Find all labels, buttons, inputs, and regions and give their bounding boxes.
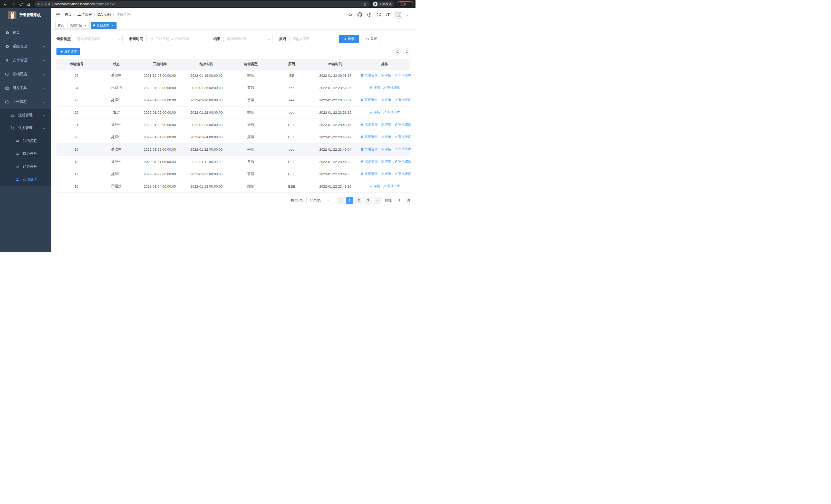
create-leave-button[interactable]: 发起请假 bbox=[56, 48, 80, 55]
cancel-leave-action[interactable]: 取消请假 bbox=[361, 172, 377, 176]
close-tab-icon[interactable]: × bbox=[111, 24, 114, 27]
sidebar-item-workflow[interactable]: 工作流程 bbox=[0, 95, 51, 109]
header-search-icon[interactable] bbox=[348, 12, 353, 17]
approval-progress-action[interactable]: 审批进度 bbox=[394, 98, 411, 102]
search-button[interactable]: 搜索 bbox=[339, 35, 359, 43]
url-path: /bpm/oa/leave bbox=[95, 2, 115, 6]
next-page-button[interactable] bbox=[374, 197, 381, 204]
breadcrumb-item[interactable]: OA 示例 bbox=[97, 12, 111, 17]
breadcrumb-item[interactable]: 工作流程 bbox=[78, 12, 92, 17]
tab-leave-query[interactable]: 请假查询× bbox=[91, 22, 116, 29]
detail-action[interactable]: 详情 bbox=[381, 172, 391, 176]
result-select[interactable]: 请选择流结果 bbox=[224, 35, 273, 43]
approval-progress-action[interactable]: 审批进度 bbox=[394, 122, 411, 127]
approval-progress-action[interactable]: 审批进度 bbox=[394, 147, 411, 151]
pen-icon bbox=[383, 111, 386, 114]
sidebar-item-done-tasks[interactable]: 已办任务 bbox=[0, 160, 51, 173]
detail-action[interactable]: 详情 bbox=[369, 184, 380, 188]
user-avatar[interactable] bbox=[396, 11, 403, 19]
yen-icon bbox=[5, 58, 9, 62]
page-size-select[interactable]: 10条/页 bbox=[307, 197, 332, 204]
browser-home-button[interactable] bbox=[25, 1, 32, 7]
tab-home[interactable]: 首页 bbox=[55, 22, 66, 29]
cell-end: 2022-01-23 00:00:00 bbox=[183, 119, 230, 131]
browser-back-button[interactable] bbox=[2, 1, 9, 7]
sidebar-logo[interactable]: 芋道管理系统 bbox=[0, 8, 51, 22]
bookmark-star-icon[interactable] bbox=[363, 2, 367, 6]
sidebar-item-my-process[interactable]: 我的流程 bbox=[0, 135, 51, 147]
approval-progress-action[interactable]: 审批进度 bbox=[394, 135, 411, 139]
cancel-leave-action[interactable]: 取消请假 bbox=[361, 135, 377, 139]
action-label: 审批进度 bbox=[398, 73, 411, 78]
browser-update-button[interactable]: 更新 bbox=[397, 1, 413, 7]
cell-actions: 详情审批进度 bbox=[359, 180, 410, 192]
browser-forward-button[interactable] bbox=[10, 1, 17, 7]
cancel-leave-action[interactable]: 取消请假 bbox=[361, 147, 377, 151]
incognito-icon bbox=[373, 2, 377, 6]
detail-action[interactable]: 详情 bbox=[381, 98, 391, 102]
sidebar-item-process-mgmt[interactable]: 流程管理 bbox=[0, 109, 51, 122]
avatar-caret-icon[interactable] bbox=[406, 13, 409, 16]
address-bar[interactable]: 不安全 dashboard.yudao.iocoder.cn/bpm/oa/le… bbox=[34, 1, 370, 7]
sidebar-collapse-icon[interactable] bbox=[55, 12, 61, 17]
sidebar-item-payment[interactable]: 支付管理 bbox=[0, 53, 51, 67]
cancel-leave-action[interactable]: 取消请假 bbox=[361, 73, 377, 78]
sidebar-menu: 首页系统管理支付管理基础设施研发工具工作流程流程管理任务管理我的流程待办任务已办… bbox=[0, 22, 51, 252]
sidebar-item-todo-tasks[interactable]: 待办任务 bbox=[0, 147, 51, 160]
detail-action[interactable]: 详情 bbox=[381, 73, 391, 78]
cancel-leave-action[interactable]: 取消请假 bbox=[361, 122, 377, 127]
goto-page-input[interactable]: 1 bbox=[394, 197, 405, 204]
cell-reason: eee bbox=[271, 82, 312, 94]
browser-reload-button[interactable] bbox=[18, 1, 24, 7]
browser-menu-icon[interactable] bbox=[408, 2, 412, 6]
leave-type-select[interactable]: 请选择请假类型 bbox=[74, 35, 123, 43]
pen-icon bbox=[394, 98, 398, 101]
detail-action[interactable]: 详情 bbox=[381, 135, 391, 139]
sidebar-item-task-mgmt[interactable]: 任务管理 bbox=[0, 122, 51, 135]
approval-progress-action[interactable]: 审批进度 bbox=[394, 172, 411, 176]
prev-page-button[interactable] bbox=[337, 197, 344, 204]
cell-end: 2022-01-22 00:00:00 bbox=[183, 143, 230, 155]
cell-actions: 取消请假详情审批进度 bbox=[359, 168, 410, 180]
eye-closed-icon bbox=[16, 165, 20, 169]
cancel-leave-action[interactable]: 取消请假 bbox=[361, 98, 377, 102]
table-row: 18处理中2022-01-11 00:00:002022-01-11 00:00… bbox=[56, 155, 410, 168]
page-button-2[interactable]: 2 bbox=[355, 197, 362, 204]
site-security-chip[interactable]: 不安全 bbox=[37, 2, 51, 6]
approval-progress-action[interactable]: 审批进度 bbox=[394, 73, 411, 78]
detail-action[interactable]: 详情 bbox=[381, 147, 391, 151]
divider bbox=[52, 3, 53, 6]
sidebar-item-infra[interactable]: 基础设施 bbox=[0, 67, 51, 81]
approval-progress-action[interactable]: 审批进度 bbox=[383, 110, 400, 114]
refresh-table-button[interactable] bbox=[404, 48, 410, 55]
detail-action[interactable]: 详情 bbox=[369, 85, 380, 90]
approval-progress-action[interactable]: 审批进度 bbox=[383, 184, 400, 188]
toggle-search-button[interactable] bbox=[394, 48, 401, 55]
help-icon[interactable] bbox=[367, 12, 372, 17]
detail-action[interactable]: 详情 bbox=[369, 110, 380, 114]
tab-process-detail[interactable]: 流程详情× bbox=[67, 22, 90, 29]
detail-action[interactable]: 详情 bbox=[381, 122, 391, 127]
reset-button[interactable]: 重置 bbox=[362, 35, 381, 43]
cancel-leave-action[interactable]: 取消请假 bbox=[361, 159, 377, 164]
approval-progress-action[interactable]: 审批进度 bbox=[394, 159, 411, 164]
detail-action[interactable]: 详情 bbox=[381, 159, 391, 164]
sidebar-item-devtools[interactable]: 研发工具 bbox=[0, 81, 51, 95]
svg-text:t: t bbox=[386, 13, 387, 17]
reason-input[interactable]: 请输入原因 bbox=[289, 35, 334, 43]
close-tab-icon[interactable]: × bbox=[84, 24, 87, 27]
fullscreen-icon[interactable] bbox=[376, 12, 381, 17]
apply-time-range-picker[interactable]: 开始日期 - 结束日期 bbox=[146, 35, 207, 43]
sidebar-item-home[interactable]: 首页 bbox=[0, 26, 51, 39]
sidebar-item-system[interactable]: 系统管理 bbox=[0, 39, 51, 53]
approval-progress-action[interactable]: 审批进度 bbox=[383, 85, 400, 90]
cell-end: 2022-01-26 00:00:00 bbox=[183, 82, 230, 94]
github-icon[interactable] bbox=[357, 12, 362, 17]
breadcrumb-item[interactable]: 首页 bbox=[65, 12, 72, 17]
refresh-icon bbox=[366, 37, 369, 40]
cell-actions: 取消请假详情审批进度 bbox=[359, 143, 410, 155]
font-size-icon[interactable]: tT bbox=[386, 12, 391, 17]
page-button-1[interactable]: 1 bbox=[346, 197, 353, 204]
page-button-3[interactable]: 3 bbox=[365, 197, 372, 204]
sidebar-item-leave-query[interactable]: 请假查询 bbox=[0, 173, 51, 186]
